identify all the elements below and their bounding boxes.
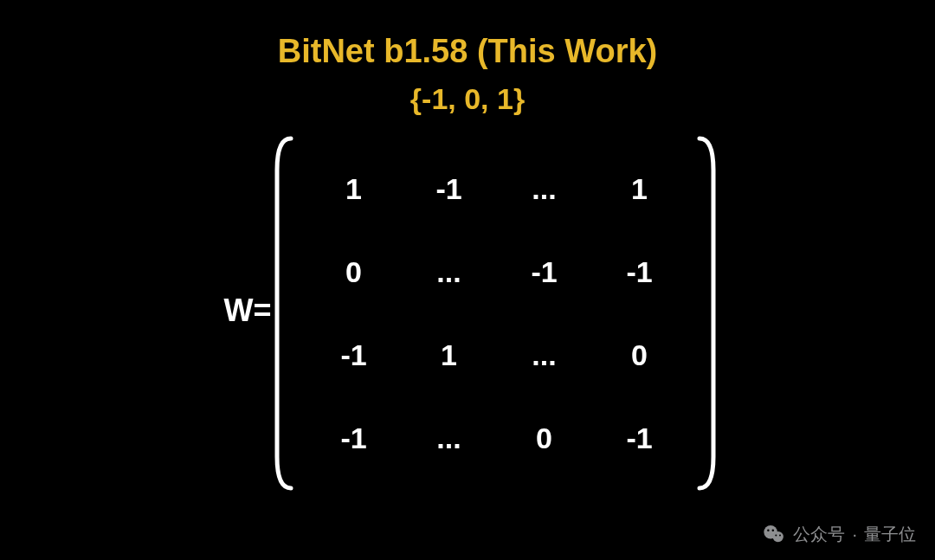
slide-subtitle: {-1, 0, 1} bbox=[410, 82, 525, 116]
matrix-cell: -1 bbox=[497, 230, 592, 313]
matrix-cell: ... bbox=[497, 147, 592, 230]
matrix-cell: 0 bbox=[306, 230, 402, 313]
matrix-cell: 0 bbox=[592, 313, 687, 396]
svg-point-1 bbox=[773, 531, 783, 542]
slide-title: BitNet b1.58 (This Work) bbox=[278, 33, 657, 70]
matrix-cell: ... bbox=[402, 396, 497, 480]
svg-point-4 bbox=[776, 535, 777, 537]
slide-content: BitNet b1.58 (This Work) {-1, 0, 1} W= 1… bbox=[0, 0, 935, 492]
matrix-cell: -1 bbox=[306, 396, 402, 480]
wechat-icon bbox=[762, 522, 786, 546]
left-bracket-icon bbox=[272, 135, 294, 492]
matrix-grid: 1 -1 ... 1 0 ... -1 -1 -1 1 ... 0 -1 ...… bbox=[279, 135, 712, 492]
matrix-cell: -1 bbox=[402, 147, 497, 230]
svg-point-5 bbox=[779, 535, 781, 537]
matrix-equation: W= 1 -1 ... 1 0 ... -1 -1 -1 1 ... 0 -1 bbox=[223, 135, 711, 492]
matrix-cell: 1 bbox=[306, 147, 402, 230]
right-bracket-icon bbox=[696, 135, 719, 492]
matrix-cell: ... bbox=[402, 230, 497, 313]
watermark-sep: · bbox=[852, 525, 857, 544]
matrix-cell: -1 bbox=[306, 313, 402, 396]
svg-point-2 bbox=[768, 529, 770, 531]
watermark-name: 量子位 bbox=[864, 523, 916, 546]
matrix-cell: -1 bbox=[592, 396, 687, 480]
matrix-cell: 1 bbox=[592, 147, 687, 230]
matrix-cell: 1 bbox=[402, 313, 497, 396]
watermark: 公众号 · 量子位 bbox=[762, 522, 916, 546]
matrix-cell: ... bbox=[497, 313, 592, 396]
svg-point-3 bbox=[772, 529, 774, 531]
matrix-variable-label: W= bbox=[223, 293, 271, 329]
matrix-container: 1 -1 ... 1 0 ... -1 -1 -1 1 ... 0 -1 ...… bbox=[279, 135, 712, 492]
matrix-cell: -1 bbox=[592, 230, 687, 313]
matrix-cell: 0 bbox=[497, 396, 592, 480]
watermark-prefix: 公众号 bbox=[793, 523, 845, 546]
